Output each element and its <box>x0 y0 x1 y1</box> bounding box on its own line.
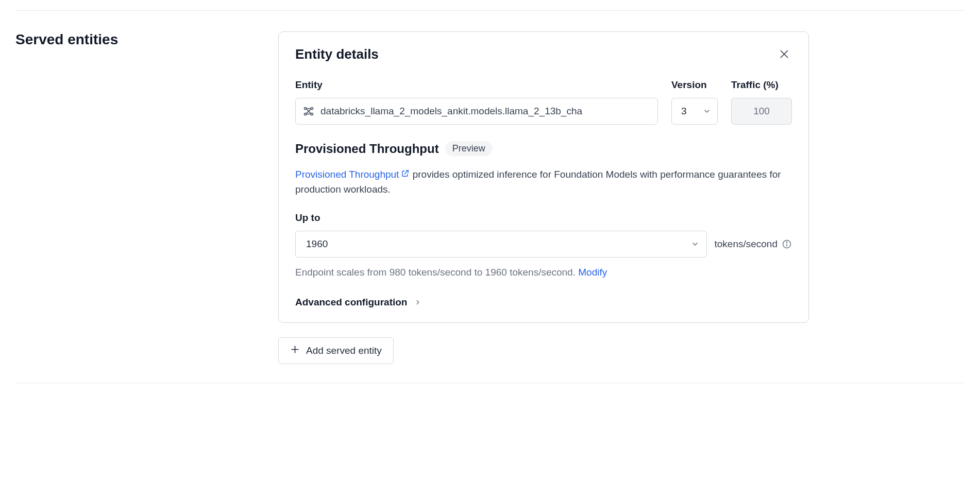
modify-link[interactable]: Modify <box>578 267 607 278</box>
traffic-label: Traffic (%) <box>731 79 792 91</box>
entity-value: databricks_llama_2_models_ankit.models.l… <box>320 106 582 117</box>
info-icon[interactable] <box>782 239 792 249</box>
throughput-description: Provisioned Throughput provides optimize… <box>295 167 792 197</box>
served-entities-heading: Served entities <box>15 31 278 48</box>
external-link-icon <box>401 167 410 182</box>
traffic-input: 100 <box>731 98 792 125</box>
chevron-down-icon <box>691 240 699 248</box>
advanced-configuration-toggle[interactable]: Advanced configuration <box>295 297 792 308</box>
upto-label: Up to <box>295 212 792 224</box>
unit-text: tokens/second <box>714 238 778 250</box>
provisioned-throughput-link[interactable]: Provisioned Throughput <box>295 167 410 182</box>
preview-badge: Preview <box>445 141 493 156</box>
svg-point-12 <box>786 242 787 243</box>
scale-info: Endpoint scales from 980 tokens/second t… <box>295 267 792 278</box>
provisioned-throughput-title: Provisioned Throughput <box>295 142 439 156</box>
entity-details-title: Entity details <box>295 46 379 62</box>
entity-label: Entity <box>295 79 658 91</box>
entity-details-card: Entity details Entity <box>278 31 809 323</box>
chevron-down-icon <box>703 107 711 115</box>
entity-input[interactable]: databricks_llama_2_models_ankit.models.l… <box>295 98 658 125</box>
upto-select[interactable]: 1960 <box>295 231 707 258</box>
add-served-entity-button[interactable]: Add served entity <box>278 337 394 364</box>
version-value: 3 <box>681 106 687 117</box>
close-icon <box>779 48 790 62</box>
traffic-value: 100 <box>753 106 770 117</box>
close-button[interactable] <box>776 46 792 64</box>
version-select[interactable]: 3 <box>671 98 718 125</box>
advanced-label: Advanced configuration <box>295 297 407 308</box>
plus-icon <box>290 345 300 357</box>
model-icon <box>303 106 314 117</box>
chevron-right-icon <box>414 299 421 306</box>
upto-value: 1960 <box>306 238 328 250</box>
add-served-entity-label: Add served entity <box>306 345 382 356</box>
version-label: Version <box>671 79 718 91</box>
